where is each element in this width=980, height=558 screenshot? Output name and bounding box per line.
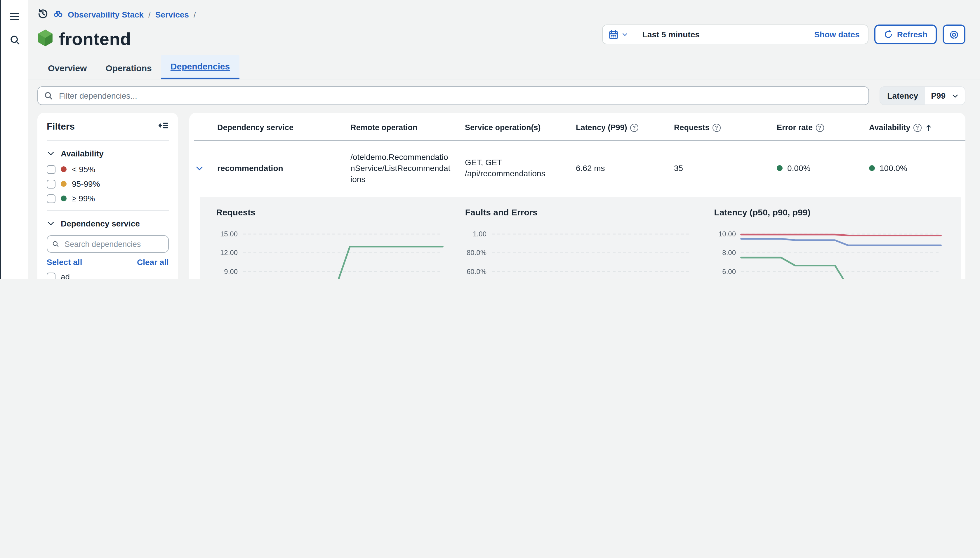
search-icon — [52, 240, 59, 248]
gear-icon — [949, 29, 960, 40]
section-label: Availability — [61, 149, 104, 158]
svg-text:15.00: 15.00 — [220, 230, 238, 238]
option-label: ad — [61, 272, 70, 279]
calendar-icon — [608, 29, 619, 40]
tab-dependencies[interactable]: Dependencies — [161, 55, 239, 79]
sort-ascending-icon — [924, 123, 933, 131]
chart-requests: Requests15.0012.009.006.003.00011:2211:2… — [207, 205, 456, 279]
column-header-remote-operation[interactable]: Remote operation — [350, 123, 465, 132]
status-dot-green — [869, 165, 875, 171]
calendar-picker-button[interactable] — [603, 25, 634, 44]
column-label: Remote operation — [350, 123, 418, 132]
chart-plot: 1.0080.0%60.0%40.0%20.0%011:2211:2311:24 — [462, 230, 698, 279]
content-area: Filters Availability < 95%95-99%≥ 99% De… — [28, 105, 980, 279]
chart-faults-and-errors: Faults and Errors1.0080.0%60.0%40.0%20.0… — [456, 205, 705, 279]
breadcrumb-observability-stack[interactable]: Observability Stack — [68, 10, 144, 19]
page-title: frontend — [59, 29, 131, 49]
svg-text:12.00: 12.00 — [220, 249, 238, 256]
table-header: Dependency serviceRemote operationServic… — [194, 115, 965, 141]
column-info-icon[interactable]: ? — [630, 123, 638, 131]
breadcrumb-separator: / — [194, 10, 196, 19]
chevron-down-icon — [622, 31, 628, 38]
tab-operations[interactable]: Operations — [96, 57, 161, 79]
checkbox[interactable] — [47, 165, 56, 174]
settings-button[interactable] — [943, 25, 965, 44]
chart-title: Latency (p50, p90, p99) — [714, 207, 948, 217]
dependency-filter-search[interactable] — [37, 86, 869, 105]
column-header-availability[interactable]: Availability? — [869, 123, 965, 132]
app-window: a Observability Stack / Services / front… — [0, 0, 980, 279]
filters-title: Filters — [47, 121, 75, 132]
option-label: < 95% — [72, 164, 95, 174]
checkbox[interactable] — [47, 194, 56, 203]
breadcrumb-services[interactable]: Services — [155, 10, 189, 19]
status-dot — [61, 195, 67, 201]
collapse-panel-icon[interactable] — [158, 120, 169, 133]
option-label: 95-99% — [72, 179, 100, 189]
nodejs-hexagon-icon — [37, 29, 53, 49]
show-dates-link[interactable]: Show dates — [814, 30, 860, 39]
metric-label: Latency — [880, 87, 925, 105]
status-dot-green — [777, 165, 783, 171]
remote-operation: /oteldemo.RecommendationService/ListReco… — [350, 144, 465, 192]
column-header-error-rate[interactable]: Error rate? — [777, 123, 869, 132]
search-dependencies-box[interactable] — [47, 235, 169, 253]
filter-dependencies-input[interactable] — [58, 90, 863, 101]
filter-toolbar: Latency P99 — [28, 79, 980, 105]
checkbox[interactable] — [47, 179, 56, 188]
column-header-service-operation-s-[interactable]: Service operation(s) — [465, 123, 576, 132]
availability-option[interactable]: 95-99% — [47, 179, 169, 189]
time-range-field[interactable]: Last 5 minutes Show dates — [634, 25, 868, 44]
search-icon — [44, 91, 53, 100]
table-row[interactable]: recommendation/oteldemo.RecommendationSe… — [194, 141, 965, 195]
dependencies-table: Dependency serviceRemote operationServic… — [189, 113, 965, 279]
latency-percentile-select[interactable]: Latency P99 — [880, 86, 965, 105]
svg-text:9.00: 9.00 — [224, 268, 238, 276]
section-dependency-service[interactable]: Dependency service — [47, 218, 169, 230]
status-dot — [61, 166, 67, 172]
history-icon[interactable] — [37, 8, 48, 21]
column-header-requests[interactable]: Requests? — [674, 123, 777, 132]
availability-option[interactable]: ≥ 99% — [47, 194, 169, 203]
option-label: ≥ 99% — [72, 194, 95, 203]
chevron-down-icon — [47, 149, 55, 158]
svg-text:60.0%: 60.0% — [467, 268, 487, 276]
chart-plot: 10.008.006.004.002.00011:2211:2311:24 — [710, 230, 946, 279]
search-icon[interactable] — [5, 30, 24, 49]
column-header-dependency-service[interactable]: Dependency service — [217, 123, 350, 132]
chevron-down-icon — [951, 92, 959, 100]
status-dot — [61, 181, 67, 187]
collapse-row-chevron[interactable] — [194, 157, 217, 179]
section-availability[interactable]: Availability — [47, 148, 169, 159]
chart-title: Faults and Errors — [465, 207, 699, 217]
select-all-link[interactable]: Select all — [47, 258, 82, 267]
column-info-icon[interactable]: ? — [816, 123, 824, 131]
column-label: Requests — [674, 123, 710, 132]
hamburger-menu-icon[interactable] — [5, 7, 24, 26]
checkbox[interactable] — [47, 272, 56, 279]
breadcrumb: Observability Stack / Services / — [28, 0, 980, 21]
refresh-button[interactable]: Refresh — [874, 25, 937, 44]
breadcrumb-separator: / — [148, 10, 151, 19]
search-dependencies-input[interactable] — [63, 239, 164, 249]
column-info-icon[interactable]: ? — [913, 123, 922, 131]
svg-text:1.00: 1.00 — [473, 230, 487, 238]
refresh-label: Refresh — [897, 30, 927, 39]
error-rate-value: 0.00% — [777, 156, 869, 181]
svg-text:8.00: 8.00 — [722, 249, 736, 256]
clear-all-link[interactable]: Clear all — [137, 258, 169, 267]
latency-value: 6.62 ms — [576, 156, 674, 181]
column-info-icon[interactable]: ? — [712, 123, 721, 131]
chevron-down-icon — [47, 220, 55, 228]
refresh-icon — [884, 30, 893, 39]
dependency-service-name: recommendation — [217, 156, 350, 181]
dependency-option[interactable]: ad — [47, 272, 169, 279]
time-controls: Last 5 minutes Show dates Refresh — [602, 25, 965, 44]
chart-latency-p50-p90-p99-: Latency (p50, p90, p99)10.008.006.004.00… — [705, 205, 954, 279]
tab-bar: OverviewOperationsDependencies — [28, 55, 980, 79]
availability-option[interactable]: < 95% — [47, 164, 169, 174]
tab-overview[interactable]: Overview — [39, 57, 96, 79]
left-icon-rail: a — [0, 0, 28, 279]
column-header-latency-p99-[interactable]: Latency (P99)? — [576, 123, 674, 132]
column-label: Latency (P99) — [576, 123, 627, 132]
